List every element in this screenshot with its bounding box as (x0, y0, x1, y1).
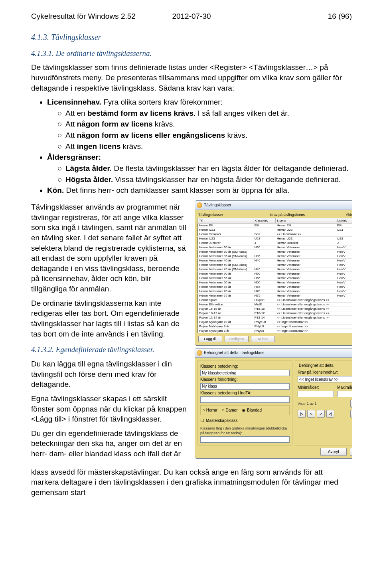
inp-fork[interactable] (200, 383, 290, 390)
color-box[interactable] (200, 436, 290, 443)
nav-prev[interactable]: < (307, 410, 315, 418)
custom-labels: Du ger din egendefinierade tävlingsklass… (31, 428, 188, 459)
lic-d: Att ingen licens krävs. (65, 141, 352, 152)
nav-first[interactable]: |< (298, 410, 306, 418)
table-row[interactable]: Herrar Veteraner 35 år (SM-klass)H35Herr… (198, 254, 352, 258)
behorighet-window: Behörighet att delta i tävlingsklass ✕ K… (195, 348, 352, 459)
grp-title: Behörighet att delta (298, 363, 335, 368)
req-license-bold: Licensinnehav. (47, 98, 101, 106)
page-header: Cykelresultat för Windows 2.52 2012-07-3… (31, 11, 352, 22)
app-icon (197, 350, 202, 356)
sec-krav: Krav på tävlingslicens (270, 212, 346, 217)
usage-paragraph: Tävlingsklasser används av programmet nä… (31, 202, 188, 294)
table-row[interactable]: Herrar Veteraner 30 årH30Herrar Veterane… (198, 245, 352, 249)
table-row[interactable]: Herrar SeniorerSen<< Licenskrav >>19 (198, 232, 352, 236)
section-labels: Tävlingsklasser Krav på tävlingslicens Å… (197, 212, 352, 218)
lbl-max: Maximiålder: (337, 385, 352, 390)
edit-button: Redigera (225, 336, 249, 342)
table-row[interactable]: Herrar Veteraner 60 årH60Herrar Veterane… (198, 280, 352, 285)
req-license: Licensinnehav. Fyra olika sorters krav f… (47, 97, 352, 151)
req-age-bold: Åldersgränser: (47, 153, 101, 161)
license-sublist: Att en bestämd form av licens krävs. I s… (47, 108, 352, 152)
lbl-krav: Krav på licensinnehav: (298, 370, 352, 375)
lbl-indta: Klassens beteckning i IndTA: (200, 390, 290, 396)
lbl-color: Klassens färg i den grafiska inmatningen… (200, 426, 290, 436)
table-row[interactable]: Pojkar Nybörjare 10 årPNyb10<< Inget lic… (198, 320, 352, 324)
radio-blandad[interactable]: Blandad (242, 407, 262, 413)
add-button[interactable]: Lägg till (198, 336, 222, 342)
titlebar-2[interactable]: Behörighet att delta i tävlingsklass ✕ (195, 348, 352, 358)
chk-masterskap[interactable]: Mästerskapsklass (200, 418, 237, 424)
header-date: 2012-07-30 (138, 11, 245, 22)
window-title: Tävlingsklasser (204, 203, 352, 208)
custom-intro: Du kan lägga till egna tävlingsklasser i… (31, 359, 188, 390)
radio-damer[interactable]: Damer (222, 407, 238, 413)
right-panel: Behörighet att delta Krav på licensinneh… (295, 360, 352, 445)
sec-tavlingsklasser: Tävlingsklasser (198, 212, 270, 217)
lic-c: Att någon form av licens eller engångsli… (65, 130, 352, 141)
window2-title: Behörighet att delta i tävlingsklass (204, 350, 352, 356)
sel-krav[interactable]: << Inget licenskrav >> (298, 376, 352, 382)
table-row[interactable]: Herrar U23U23Herrar U23U231922 (198, 236, 352, 241)
ok-button[interactable]: OK (350, 448, 352, 456)
age-min: Lägsta ålder. De flesta tävlingsklasser … (65, 163, 352, 174)
table-row[interactable]: Pojkar 13-14 årP13-14<< Licenskrav eller… (198, 315, 352, 320)
inp-beteckning[interactable] (200, 370, 290, 376)
table-row[interactable]: Herrar Veteraner 45 år (SM-klass)H45Herr… (198, 267, 352, 271)
table-row[interactable]: Herrar Veteraner 65 årH65Herrar Veterane… (198, 285, 352, 289)
age-max: Högsta ålder. Vissa tävlingsklasser har … (65, 174, 352, 185)
class-table[interactable]: TK Klassförk Licens Licförk Lägst Högst … (197, 218, 352, 333)
custom-create: Egna tävlingsklasser skapas i ett särski… (31, 394, 188, 424)
table-row[interactable]: Herrar JuniorerJHerrar JuniorerJ1718 (198, 241, 352, 245)
table-row[interactable]: Herrar Veteraner 75 årH75Herrar Veterane… (198, 293, 352, 298)
del2-button[interactable]: Ta bort (350, 410, 352, 418)
lbl-min: Minimiålder: (298, 385, 334, 390)
tavlingsklasser-window: Tävlingsklasser ✕ Tävlingsklasser Krav p… (195, 200, 352, 346)
cancel-button[interactable]: Avbryt (320, 448, 347, 456)
table-row[interactable]: Pojkar 15-16 årP15-16<< Licenskrav eller… (198, 307, 352, 311)
table-row[interactable]: Herrar Veteraner 40 årH40Herrar Veterane… (198, 258, 352, 263)
inp-indta[interactable] (200, 396, 290, 403)
col-lic[interactable]: Licens (276, 218, 336, 223)
table-row[interactable]: Herrar SportHSport<< Licenskrav eller en… (198, 298, 352, 302)
editing-paragraph: De ordinarie tävlingsklasserna kan inte … (31, 298, 188, 339)
nav-last[interactable]: >| (326, 410, 334, 418)
table-row[interactable]: Herrar Veteraner 55 årH55Herrar Veterane… (198, 276, 352, 280)
col-tk[interactable]: TK (198, 218, 253, 223)
age-sublist: Lägsta ålder. De flesta tävlingsklasser … (47, 163, 352, 184)
table-row[interactable]: Herrar Veteraner 40 år (SM-klass)Herrar … (198, 263, 352, 267)
lic-b: Att någon form av licens krävs. (65, 119, 352, 129)
button-row: Lägg till Redigera Ta bort Stäng (197, 333, 352, 343)
pager-label: Visar 1 av 1 (298, 401, 316, 406)
delete-button: Ta bort (251, 336, 275, 342)
req-gender: Kön. Det finns herr- och damklasser samt… (47, 185, 352, 196)
inp-max[interactable] (337, 391, 352, 397)
table-row[interactable]: Herrar ElitmotionMotE<< Licenskrav eller… (198, 302, 352, 307)
sec-alder: Ålder (346, 212, 352, 217)
add2-button[interactable]: Lägg till (350, 400, 352, 408)
radio-herrar[interactable]: Herrar (202, 407, 217, 413)
table-row[interactable]: Herrar U23Herrar U23U231922 (198, 228, 352, 232)
table-row[interactable]: Herrar Veteraner 50 årH50Herrar Veterane… (198, 271, 352, 276)
req-age: Åldersgränser: Lägsta ålder. De flesta t… (47, 152, 352, 184)
nav-next[interactable]: > (317, 410, 325, 418)
app-icon (197, 202, 202, 208)
lbl-fork: Klassens förkortning: (200, 377, 290, 382)
final-paragraph: klass avsedd för mästerskapstävlingar. D… (31, 467, 352, 498)
table-row[interactable]: Pojkar Nybörjare 8 årPNyb8<< Inget licen… (198, 329, 352, 333)
heading-4132: 4.1.3.2. Egendefinierade tävlingsklasser… (31, 344, 188, 355)
col-kf[interactable]: Klassförk (253, 218, 276, 223)
heading-4131: 4.1.3.1. De ordinarie tävlingsklasserna. (31, 48, 352, 59)
inp-min[interactable] (298, 391, 334, 397)
table-row[interactable]: Pojkar 10-12 årP10-12<< Licenskrav eller… (198, 311, 352, 315)
table-row[interactable]: Herrar ElitElitHerrar ElitElit2349 (198, 223, 352, 228)
table-row[interactable]: Herrar Veteraner 30 år (SM-klass)Herrar … (198, 249, 352, 254)
intro-paragraph: De tävlingsklasser som finns definierade… (31, 62, 352, 93)
table-row[interactable]: Herrar Veteraner 70 årH70Herrar Veterane… (198, 289, 352, 293)
titlebar[interactable]: Tävlingsklasser ✕ (195, 201, 352, 210)
header-page: 16 (96) (245, 11, 352, 22)
requirement-list: Licensinnehav. Fyra olika sorters krav f… (31, 97, 352, 196)
lbl-beteckning: Klassens beteckning: (200, 364, 290, 369)
col-lf[interactable]: Licförk (336, 218, 352, 223)
table-row[interactable]: Pojkar Nybörjare 9 årPNyb9<< Inget licen… (198, 324, 352, 329)
